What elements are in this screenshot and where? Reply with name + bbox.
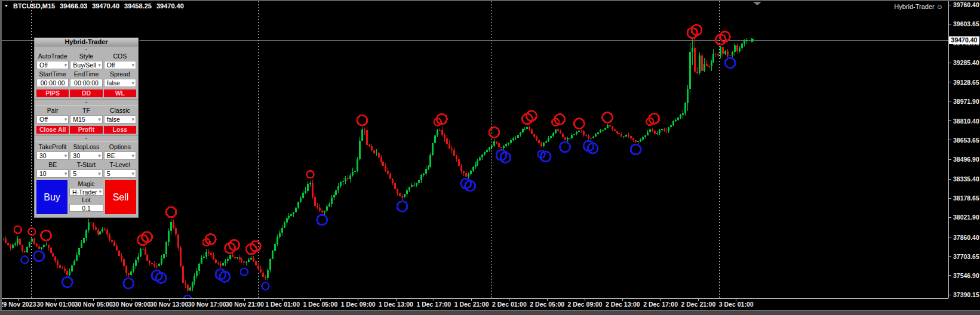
- candle-body: [163, 254, 165, 258]
- candle-body: [340, 182, 342, 186]
- pair-select[interactable]: Off▾: [36, 115, 69, 123]
- candle-body: [744, 41, 745, 44]
- cos-select[interactable]: Off▾: [104, 61, 136, 69]
- candle-body: [187, 285, 189, 291]
- candle-body: [378, 153, 380, 158]
- magic-select[interactable]: H-Trader▾: [69, 188, 103, 196]
- candle-body: [552, 133, 554, 136]
- candle-body: [41, 247, 42, 249]
- candle-body: [349, 175, 351, 179]
- candle-body: [612, 126, 613, 129]
- chart-shift-icon[interactable]: [753, 2, 761, 5]
- options-select[interactable]: BE▾: [104, 152, 136, 160]
- dd-button[interactable]: DD: [70, 89, 102, 97]
- panel-minimize-button[interactable]: -: [35, 47, 138, 51]
- candle-body: [71, 265, 73, 271]
- pips-button[interactable]: PIPS: [36, 89, 69, 97]
- tstart-label: T-Start: [70, 161, 102, 168]
- candle-body: [331, 197, 333, 204]
- candle-body: [321, 211, 323, 212]
- symbol-dropdown-icon[interactable]: ▼: [4, 3, 8, 9]
- candle-body: [500, 147, 502, 148]
- tlevel-select[interactable]: 5▾: [104, 169, 136, 178]
- candle-body: [97, 230, 99, 234]
- candle-body: [236, 257, 238, 258]
- candle-body: [121, 256, 122, 259]
- chevron-down-icon: ▾: [131, 81, 134, 86]
- candle-body: [165, 242, 167, 254]
- candle-body: [302, 193, 304, 197]
- takeprofit-select[interactable]: 30▾: [36, 152, 69, 160]
- be-select[interactable]: 10▾: [36, 169, 69, 178]
- candle-body: [21, 245, 23, 252]
- candle-body: [724, 51, 726, 54]
- candle-body: [533, 134, 535, 137]
- chevron-down-icon: ▾: [131, 153, 134, 159]
- profit-button[interactable]: Profit: [70, 126, 102, 134]
- window-bottom-border: [0, 310, 980, 315]
- stoploss-select[interactable]: 30▾: [70, 152, 102, 160]
- endtime-input[interactable]: 00:00:00: [70, 79, 102, 87]
- candle-body: [472, 167, 474, 170]
- candle-body: [135, 260, 137, 266]
- candle-body: [205, 252, 207, 257]
- tf-select[interactable]: M15▾: [70, 115, 102, 123]
- classic-select[interactable]: false▾: [104, 115, 136, 123]
- chevron-down-icon: ▾: [98, 117, 101, 122]
- time-label: 2 Dec 13:00: [606, 301, 640, 308]
- candle-body: [420, 175, 422, 180]
- candle-body: [314, 197, 316, 206]
- candle-body: [133, 266, 134, 271]
- candle-body: [597, 132, 599, 134]
- candle-body: [357, 159, 358, 171]
- candle-body: [156, 266, 158, 267]
- time-label: 1 Dec 01:00: [265, 301, 300, 308]
- candle-body: [401, 196, 403, 197]
- candle-body: [708, 66, 710, 67]
- candle-body: [215, 260, 217, 263]
- close-all-button[interactable]: Close All: [36, 126, 69, 134]
- autotrade-select[interactable]: Off▾: [36, 61, 69, 69]
- time-label: 1 Dec 09:00: [341, 301, 376, 308]
- candle-body: [399, 193, 401, 196]
- stoploss-label: StopLoss: [70, 143, 102, 150]
- chevron-down-icon: ▾: [64, 117, 67, 122]
- plot-area[interactable]: [1, 1, 948, 302]
- candle-body: [128, 273, 130, 275]
- starttime-label: StartTime: [36, 70, 69, 78]
- candle-body: [250, 258, 252, 259]
- candle-body: [260, 269, 262, 273]
- candle-body: [548, 138, 549, 141]
- candle-body: [656, 133, 658, 134]
- style-select[interactable]: Buy/Sell▾: [70, 61, 102, 69]
- candle-body: [465, 173, 467, 176]
- candle-body: [109, 234, 110, 240]
- time-label: 3 Dec 01:00: [719, 301, 754, 308]
- buy-button[interactable]: Buy: [36, 180, 67, 214]
- section-divider[interactable]: -: [35, 135, 138, 142]
- wl-button[interactable]: WL: [104, 89, 136, 97]
- candle-body: [43, 245, 45, 247]
- tlevel-label: T-Level: [104, 161, 136, 168]
- candle-body: [48, 245, 50, 248]
- chevron-down-icon: ▾: [131, 171, 134, 177]
- tstart-select[interactable]: 5▾: [70, 169, 102, 178]
- candle-body: [590, 138, 592, 138]
- candle-body: [715, 54, 717, 54]
- starttime-input[interactable]: 00:00:00: [36, 79, 69, 87]
- time-axis[interactable]: 29 Nov 202330 Nov 01:0030 Nov 05:0030 No…: [0, 301, 948, 310]
- candle-body: [99, 231, 101, 234]
- sell-signal-icon: [489, 127, 499, 137]
- section-divider[interactable]: -: [35, 99, 138, 106]
- candlestick-chart-canvas[interactable]: [0, 0, 980, 315]
- spread-select[interactable]: false▾: [104, 79, 136, 87]
- candle-body: [146, 255, 148, 261]
- candle-body: [76, 255, 78, 260]
- candle-body: [83, 238, 85, 243]
- candle-body: [113, 242, 115, 246]
- candle-body: [279, 233, 281, 237]
- sell-button[interactable]: Sell: [105, 180, 136, 214]
- loss-button[interactable]: Loss: [104, 126, 136, 134]
- candle-body: [73, 261, 75, 265]
- lot-input[interactable]: 0.1: [69, 204, 103, 212]
